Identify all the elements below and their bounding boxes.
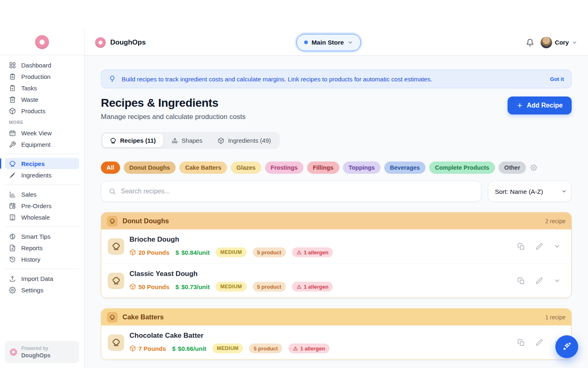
plus-icon xyxy=(517,102,523,109)
recipe-info: Brioche Dough 20 Pounds $ $0.84/unit MED… xyxy=(129,236,512,257)
sidebar-item-reports[interactable]: Reports xyxy=(5,242,79,254)
add-recipe-button[interactable]: Add Recipe xyxy=(508,96,572,114)
app-logo-donut xyxy=(95,37,106,48)
recipe-unit-cost: $ $0.84/unit xyxy=(176,249,210,256)
tab-shapes[interactable]: Shapes xyxy=(164,134,210,147)
filter-chip-toppings[interactable]: Toppings xyxy=(343,162,381,174)
sidebar-divider xyxy=(5,269,79,269)
sidebar: Dashboard Production Tasks Waste Product… xyxy=(0,29,85,368)
sidebar-item-wholesale[interactable]: Wholesale xyxy=(5,211,79,223)
chef-hat-icon xyxy=(9,160,16,167)
copy-icon xyxy=(517,339,525,346)
file-text-icon xyxy=(9,244,16,251)
warning-icon xyxy=(293,346,298,351)
sort-dropdown-wrap: Sort: Name (A-Z) xyxy=(488,181,572,202)
chef-hat-icon xyxy=(107,312,118,323)
allergen-badge: 1 allergen xyxy=(288,343,330,353)
sidebar-item-smart-tips[interactable]: Smart Tips xyxy=(5,231,79,242)
sidebar-item-label: Import Data xyxy=(21,275,53,282)
edit-button[interactable] xyxy=(536,339,543,346)
sidebar-item-history[interactable]: History xyxy=(5,254,79,265)
got-it-button[interactable]: Got it xyxy=(550,76,564,82)
sidebar-item-equipment[interactable]: Equipment xyxy=(5,139,79,150)
recipe-info: Classic Yeast Dough 50 Pounds $ $0.73/un… xyxy=(129,270,512,292)
sidebar-item-products[interactable]: Products xyxy=(5,105,79,117)
notifications-button[interactable] xyxy=(526,38,534,47)
top-whitespace xyxy=(0,0,588,29)
recipe-info: Chocolate Cake Batter 7 Pounds $ $0.66/u… xyxy=(129,332,512,353)
search-box xyxy=(101,181,481,202)
sidebar-item-production[interactable]: Production xyxy=(5,71,79,82)
search-input[interactable] xyxy=(121,188,474,195)
sidebar-item-ingredients[interactable]: Ingredients xyxy=(5,169,79,181)
filter-chip-donut-doughs[interactable]: Donut Doughs xyxy=(124,162,176,174)
sidebar-item-dashboard[interactable]: Dashboard xyxy=(5,59,79,71)
tab-label: Ingredients (49) xyxy=(228,137,271,144)
sidebar-divider xyxy=(5,154,79,154)
expand-button[interactable] xyxy=(554,277,561,284)
sidebar-item-week-view[interactable]: Week View xyxy=(5,127,79,139)
gear-icon xyxy=(530,164,537,171)
sidebar-item-label: Smart Tips xyxy=(21,233,51,240)
sort-select[interactable]: Sort: Name (A-Z) xyxy=(488,181,572,202)
group-name: Donut Doughs xyxy=(122,217,169,225)
top-header: DoughOps Main Store Cory xyxy=(85,29,588,56)
edit-button[interactable] xyxy=(536,277,543,284)
page-title: Recipes & Ingredients xyxy=(101,96,245,110)
group-header[interactable]: Cake Batters 1 recipe xyxy=(101,309,571,325)
header-right: Cory xyxy=(526,37,577,48)
powered-by-brand: DoughOps xyxy=(21,352,51,359)
filter-chip-other[interactable]: Other xyxy=(499,162,526,174)
sidebar-item-label: Equipment xyxy=(21,141,51,148)
chef-hat-icon xyxy=(108,273,124,289)
edit-button[interactable] xyxy=(536,243,543,250)
sparkle-icon xyxy=(561,341,572,352)
filter-chip-cake-batters[interactable]: Cake Batters xyxy=(179,162,227,174)
sidebar-item-sales[interactable]: Sales xyxy=(5,188,79,200)
filter-chip-complete-products[interactable]: Complete Products xyxy=(429,162,495,174)
tab-ingredients[interactable]: Ingredients (49) xyxy=(210,134,278,147)
duplicate-button[interactable] xyxy=(517,243,525,250)
chevron-down-icon xyxy=(554,277,561,284)
group-header[interactable]: Donut Doughs 2 recipe xyxy=(101,213,571,229)
duplicate-button[interactable] xyxy=(517,277,525,285)
cost-value: $0.73/unit xyxy=(181,283,209,290)
allergen-badge: 1 allergen xyxy=(292,247,333,257)
shapes-icon xyxy=(172,137,178,144)
tab-recipes[interactable]: Recipes (11) xyxy=(102,134,163,147)
recipe-name: Chocolate Cake Batter xyxy=(129,332,512,340)
sidebar-item-import-data[interactable]: Import Data xyxy=(5,273,79,284)
store-selector[interactable]: Main Store xyxy=(296,34,361,51)
sidebar-item-tasks[interactable]: Tasks xyxy=(5,82,79,94)
allergen-count: 1 allergen xyxy=(304,249,329,256)
ai-assistant-fab[interactable] xyxy=(555,335,578,358)
recipe-unit-cost: $ $0.66/unit xyxy=(172,345,207,352)
filter-chip-beverages[interactable]: Beverages xyxy=(384,162,425,174)
calendar-icon xyxy=(9,129,16,137)
main-area: DoughOps Main Store Cory xyxy=(85,29,588,368)
sidebar-item-label: Ingredients xyxy=(21,172,51,179)
sidebar-item-settings[interactable]: Settings xyxy=(5,284,79,296)
sidebar-item-pre-orders[interactable]: Pre-Orders xyxy=(5,200,79,211)
filter-chip-all[interactable]: All xyxy=(101,162,120,174)
filter-chip-frostings[interactable]: Frostings xyxy=(265,162,303,174)
sidebar-item-waste[interactable]: Waste xyxy=(5,94,79,105)
user-menu[interactable]: Cory xyxy=(541,37,577,48)
chevron-down-icon xyxy=(572,40,577,45)
title-row: Recipes & Ingredients Manage recipes and… xyxy=(101,96,572,121)
group-count: 1 recipe xyxy=(545,314,566,321)
package-icon xyxy=(218,137,224,144)
sidebar-item-recipes[interactable]: Recipes xyxy=(5,158,79,169)
expand-button[interactable] xyxy=(554,243,561,250)
recipe-row-chocolate-cake-batter: Chocolate Cake Batter 7 Pounds $ $0.66/u… xyxy=(101,325,571,359)
sidebar-divider xyxy=(5,184,79,185)
filter-settings-button[interactable] xyxy=(530,164,537,171)
yield-value: 20 Pounds xyxy=(138,249,169,256)
sidebar-item-label: Waste xyxy=(21,96,38,103)
recipe-unit-cost: $ $0.73/unit xyxy=(176,283,210,290)
duplicate-button[interactable] xyxy=(517,339,525,346)
filter-chip-glazes[interactable]: Glazes xyxy=(231,162,261,174)
sidebar-item-label: Dashboard xyxy=(21,62,51,69)
filter-chip-fillings[interactable]: Fillings xyxy=(307,162,339,174)
package-icon xyxy=(9,107,16,114)
